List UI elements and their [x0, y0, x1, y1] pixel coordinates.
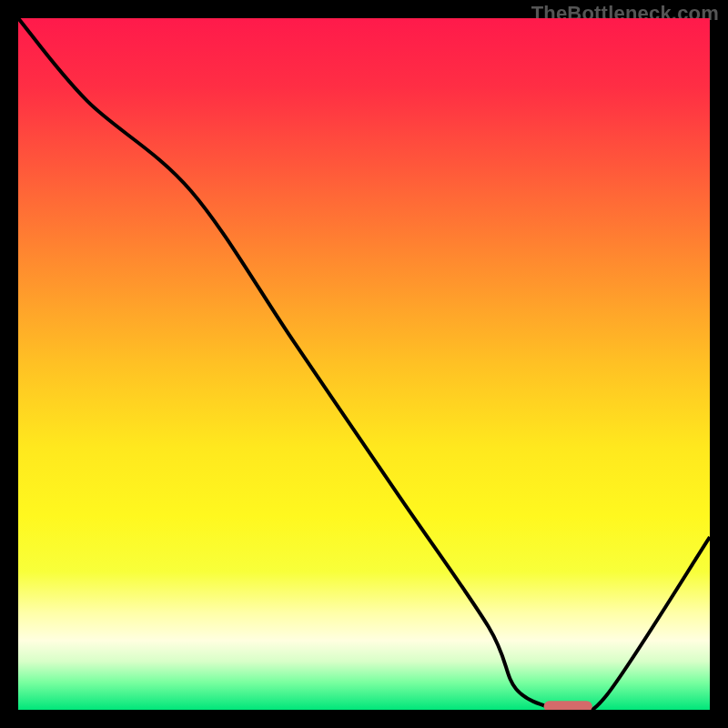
- bottleneck-chart: [18, 18, 710, 710]
- optimal-range-marker: [544, 701, 592, 710]
- chart-svg: [18, 18, 710, 710]
- chart-background: [18, 18, 710, 710]
- chart-frame: TheBottleneck.com: [0, 0, 728, 728]
